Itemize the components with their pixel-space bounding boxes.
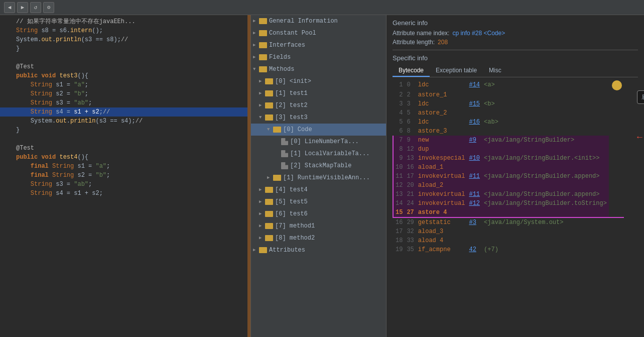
bc-ref-link[interactable]: 42: [469, 246, 476, 253]
tree-label: [8] method2: [275, 233, 315, 243]
bc-ref-link[interactable]: #16: [469, 119, 480, 126]
tree-item-attributes[interactable]: ▶ Attributes: [251, 244, 386, 256]
tree-item-test4[interactable]: ▶ [4] test4: [251, 184, 386, 196]
table-row-highlighted: 10 16 aload_1: [393, 163, 624, 172]
bc-ref-link[interactable]: #14: [469, 81, 480, 88]
info-panel: Generic info Attribute name index: cp in…: [387, 15, 644, 337]
tree-item-fields[interactable]: ▶ Fields: [251, 51, 386, 63]
tree-item-test1[interactable]: ▶ [1] test1: [251, 87, 386, 99]
tree-item-runtimevisible[interactable]: ▶ [1] RuntimeVisibleAnn...: [251, 172, 386, 184]
code-line: }: [0, 44, 250, 53]
table-row: 19 35 if_acmpne 42 (+7): [393, 245, 624, 254]
bc-ref-link[interactable]: #11: [469, 173, 480, 180]
doc-icon: [281, 150, 288, 157]
tree-arrow-icon: ▶: [259, 233, 265, 243]
tree-item-test2[interactable]: ▶ [2] test2: [251, 99, 386, 111]
folder-icon: [265, 78, 273, 84]
tree-arrow-icon: ▶: [253, 40, 259, 50]
bytecode-table: 1 0 ldc #14 <a> 2 2 astore_1: [393, 80, 624, 254]
generic-info-title: Generic info: [393, 19, 638, 27]
folder-icon: [265, 235, 273, 241]
code-line: System.out.println(s3 == s8);//: [0, 35, 250, 44]
attr-name-value[interactable]: cp info #28 <Code>: [452, 30, 505, 37]
tree-arrow-icon: ▶: [259, 185, 265, 195]
bc-ref-link[interactable]: #3: [469, 219, 476, 226]
tree-item-linenumbertable[interactable]: ▶ [0] LineNumberTa...: [251, 136, 386, 148]
code-line: String s3 = "ab";: [0, 180, 250, 189]
tab-bytecode[interactable]: Bytecode: [393, 65, 430, 77]
table-row-highlighted: 15 27 astore 4: [393, 208, 624, 217]
tree-item-method2[interactable]: ▶ [8] method2: [251, 232, 386, 244]
tree-arrow-icon: ▶: [253, 28, 259, 38]
bytecode-table-container: 1 0 ldc #14 <a> 2 2 astore_1: [393, 80, 624, 254]
tree-item-test5[interactable]: ▶ [5] test5: [251, 196, 386, 208]
settings-btn[interactable]: ⚙: [43, 2, 54, 13]
tree-arrow-icon: ▶: [253, 245, 259, 255]
tree-item-constant-pool[interactable]: ▶ Constant Pool: [251, 27, 386, 39]
side-marker: [247, 15, 250, 337]
divider: [393, 50, 638, 50]
table-row: 18 33 aload 4: [393, 236, 624, 245]
nav-back-btn[interactable]: ◀: [4, 2, 15, 13]
code-scroll[interactable]: // 如果字符串常量池中不存在javaEEh... String s8 = s6…: [0, 15, 250, 337]
folder-icon: [265, 211, 273, 217]
code-line: }: [0, 126, 250, 135]
tree-item-init[interactable]: ▶ [0] <init>: [251, 75, 386, 87]
tree-label: Interfaces: [269, 40, 305, 50]
tree-item-methods[interactable]: ▼ Methods: [251, 63, 386, 75]
table-row: 17 32 aload_3: [393, 227, 624, 236]
tree-item-general[interactable]: ▶ General Information: [251, 15, 386, 27]
bc-ref-link[interactable]: #11: [469, 191, 480, 198]
bc-ref-link[interactable]: #9: [469, 137, 476, 144]
tree-item-localvariabletable[interactable]: ▶ [1] LocalVariableTa...: [251, 148, 386, 160]
tree-label: [1] RuntimeVisibleAnn...: [283, 173, 370, 183]
reload-btn[interactable]: ↺: [30, 2, 41, 13]
table-row-highlighted: 14 24 invokevirtual #12 <java/lang/Strin…: [393, 199, 624, 208]
doc-icon: [281, 162, 288, 169]
bc-ref-link[interactable]: #10: [469, 155, 480, 162]
code-line: String s4 = s1 + s2;: [0, 189, 250, 198]
tab-exception-table[interactable]: Exception table: [430, 65, 483, 77]
folder-icon: [259, 18, 267, 24]
note-text-1: 底层是新建了一个StringBuilder: [637, 90, 644, 104]
tree-label: Fields: [269, 52, 291, 62]
annotations-area: 底层是新建了一个StringBuilder ↓ ← 然后将两个值进行拼接: [637, 80, 644, 254]
tree-item-test6[interactable]: ▶ [6] test6: [251, 208, 386, 220]
table-row-highlighted: 13 21 invokevirtual #11 <java/lang/Strin…: [393, 190, 624, 199]
tree-arrow-icon: ▶: [259, 209, 265, 219]
tree-item-method1[interactable]: ▶ [7] method1: [251, 220, 386, 232]
tree-label: [7] method1: [275, 221, 315, 231]
tree-panel[interactable]: ▶ General Information ▶ Constant Pool ▶ …: [251, 15, 387, 337]
folder-icon: [273, 127, 281, 133]
info-row-attrlength: Attribute length: 208: [393, 39, 638, 46]
code-line: [0, 53, 250, 62]
tree-arrow-icon: ▼: [259, 113, 265, 123]
tree-label: Methods: [269, 64, 294, 74]
tree-item-test3[interactable]: ▼ [3] test3: [251, 111, 386, 124]
nav-forward-btn[interactable]: ▶: [17, 2, 28, 13]
attr-length-value: 208: [438, 39, 448, 46]
tree-arrow-icon: ▶: [259, 221, 265, 231]
tree-arrow-icon: ▶: [253, 52, 259, 62]
folder-icon: [273, 175, 281, 181]
code-line: final String s1 = "a";: [0, 162, 250, 171]
tree-label: [1] LocalVariableTa...: [290, 149, 369, 159]
code-line-highlight: String s4 = s1 + s2;//: [0, 107, 250, 117]
bc-ref-link[interactable]: #15: [469, 100, 480, 107]
table-row: 6 8 astore_3: [393, 127, 624, 136]
top-bar: ◀ ▶ ↺ ⚙: [0, 0, 644, 15]
tree-label: [6] test6: [275, 209, 308, 219]
tab-misc[interactable]: Misc: [483, 65, 507, 77]
tree-arrow-icon: ▶: [259, 88, 265, 98]
tree-item-interfaces[interactable]: ▶ Interfaces: [251, 39, 386, 51]
bc-ref-link[interactable]: #12: [469, 200, 480, 207]
table-row: 3 3 ldc #15 <b>: [393, 99, 624, 108]
bytecode-area: 1 0 ldc #14 <a> 2 2 astore_1: [393, 80, 638, 254]
folder-icon: [259, 247, 267, 253]
code-line: public void test3(){: [0, 71, 250, 80]
info-row-attrname: Attribute name index: cp info #28 <Code>: [393, 30, 638, 37]
note-2: ← 然后将两个值进行拼接: [637, 130, 644, 144]
tree-item-code[interactable]: ▼ [0] Code: [251, 124, 386, 136]
tree-item-stackmaptable[interactable]: ▶ [2] StackMapTable: [251, 160, 386, 172]
code-line: System.out.println(s3 == s4);//: [0, 117, 250, 126]
